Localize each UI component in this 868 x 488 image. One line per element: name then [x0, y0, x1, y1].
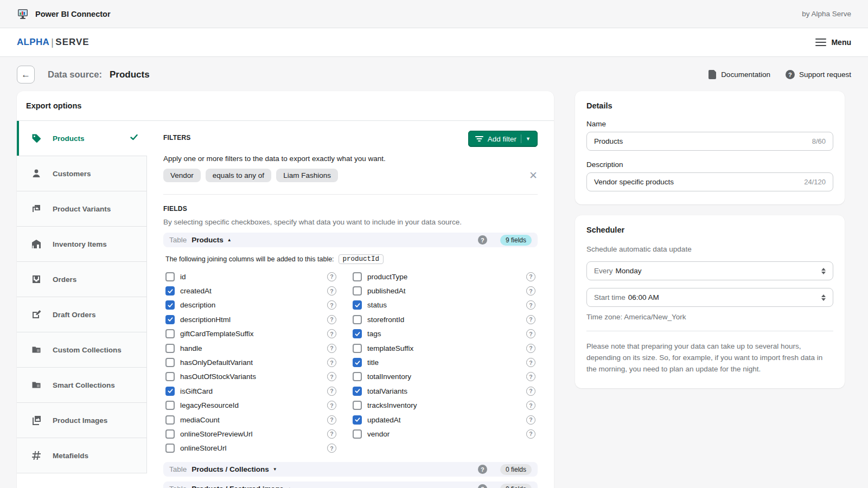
- sidebar-item-product-variants[interactable]: Product Variants: [17, 191, 147, 227]
- field-label: hasOnlyDefaultVariant: [180, 358, 327, 367]
- field-help-icon[interactable]: ?: [327, 372, 336, 381]
- table-help-icon[interactable]: ?: [478, 484, 487, 488]
- checkbox-tracksInventory[interactable]: [353, 401, 362, 410]
- sidebar-item-label: Customers: [53, 170, 138, 178]
- sidebar-item-products[interactable]: Products: [17, 121, 147, 156]
- export-options-card: Export options ProductsCustomersProduct …: [17, 91, 554, 488]
- checkbox-hasOutOfStockVariants[interactable]: [165, 372, 175, 381]
- add-filter-button[interactable]: Add filter ▼: [468, 131, 538, 147]
- field-help-icon[interactable]: ?: [327, 429, 336, 439]
- description-label: Description: [586, 160, 833, 169]
- checkbox-descriptionHtml[interactable]: [165, 315, 175, 324]
- field-row-updatedAt: updatedAt?: [350, 413, 538, 427]
- sidebar-item-metafields[interactable]: Metafields: [17, 438, 147, 473]
- checkbox-storefrontId[interactable]: [353, 315, 362, 324]
- field-row-createdAt: createdAt?: [163, 284, 350, 298]
- field-help-icon[interactable]: ?: [526, 329, 535, 338]
- checkbox-handle[interactable]: [165, 344, 175, 353]
- order-box-icon: [31, 274, 42, 285]
- field-help-icon[interactable]: ?: [526, 315, 535, 324]
- chevron-down-icon: ▼: [526, 136, 531, 142]
- field-help-icon[interactable]: ?: [526, 429, 535, 439]
- checkbox-giftCardTemplateSuffix[interactable]: [165, 329, 175, 338]
- sidebar-item-product-images[interactable]: Product Images: [17, 403, 147, 438]
- checkbox-mediaCount[interactable]: [165, 415, 175, 425]
- checkbox-vendor[interactable]: [353, 429, 362, 439]
- fields-section-label: FIELDS: [163, 205, 187, 213]
- field-help-icon[interactable]: ?: [327, 444, 336, 453]
- page-title: Data source: Products: [48, 69, 150, 80]
- table-help-icon[interactable]: ?: [478, 235, 487, 245]
- field-help-icon[interactable]: ?: [526, 387, 535, 396]
- support-request-link[interactable]: ? Support request: [786, 70, 851, 79]
- field-help-icon[interactable]: ?: [526, 272, 535, 281]
- field-help-icon[interactable]: ?: [526, 300, 535, 310]
- checkbox-createdAt[interactable]: [165, 286, 175, 296]
- checkbox-tags[interactable]: [353, 329, 362, 338]
- sidebar-item-customers[interactable]: Customers: [17, 156, 147, 191]
- logo-alpha: ALPHA: [17, 37, 49, 48]
- table-header-products-collections[interactable]: TableProducts / Collections▼?0 fields: [163, 462, 538, 477]
- field-help-icon[interactable]: ?: [526, 401, 535, 410]
- tag-icon: [31, 133, 42, 144]
- checkbox-description[interactable]: [165, 300, 175, 310]
- field-help-icon[interactable]: ?: [327, 415, 336, 425]
- checkbox-updatedAt[interactable]: [353, 415, 362, 425]
- table-header-products[interactable]: Table Products ▲ ? 9 fields: [163, 233, 538, 247]
- field-help-icon[interactable]: ?: [327, 387, 336, 396]
- sidebar-item-smart-collections[interactable]: Smart Collections: [17, 368, 147, 403]
- field-label: mediaCount: [180, 416, 327, 424]
- checkbox-hasOnlyDefaultVariant[interactable]: [165, 358, 175, 367]
- checkbox-id[interactable]: [165, 272, 175, 281]
- field-help-icon[interactable]: ?: [526, 372, 535, 381]
- checkbox-isGiftCard[interactable]: [165, 387, 175, 396]
- field-help-icon[interactable]: ?: [327, 401, 336, 410]
- field-help-icon[interactable]: ?: [327, 272, 336, 281]
- field-label: descriptionHtml: [180, 316, 327, 324]
- sidebar-item-draft-orders[interactable]: Draft Orders: [17, 297, 147, 332]
- checkbox-publishedAt[interactable]: [353, 286, 362, 296]
- field-help-icon[interactable]: ?: [526, 415, 535, 425]
- field-help-icon[interactable]: ?: [526, 286, 535, 296]
- checkbox-status[interactable]: [353, 300, 362, 310]
- field-help-icon[interactable]: ?: [327, 315, 336, 324]
- menu-button[interactable]: Menu: [815, 38, 851, 47]
- name-label: Name: [586, 120, 833, 128]
- field-label: updatedAt: [367, 416, 526, 424]
- checkbox-title[interactable]: [353, 358, 362, 367]
- remove-filter-icon[interactable]: ✕: [529, 170, 538, 181]
- checkbox-onlineStorePreviewUrl[interactable]: [165, 429, 175, 439]
- filter-chip[interactable]: Liam Fashions: [276, 169, 338, 182]
- sidebar-item-orders[interactable]: Orders: [17, 262, 147, 297]
- sidebar-item-custom-collections[interactable]: Custom Collections: [17, 332, 147, 368]
- frequency-select[interactable]: Every Monday: [586, 261, 833, 280]
- filter-chip[interactable]: equals to any of: [206, 169, 271, 182]
- back-button[interactable]: ←: [17, 66, 35, 84]
- field-help-icon[interactable]: ?: [327, 329, 336, 338]
- start-time-select[interactable]: Start time 06:00 AM: [586, 288, 833, 307]
- sidebar-item-label: Product Variants: [53, 205, 138, 213]
- field-help-icon[interactable]: ?: [526, 344, 535, 353]
- description-field[interactable]: Vendor specific products 24/120: [586, 172, 833, 191]
- checkbox-templateSuffix[interactable]: [353, 344, 362, 353]
- checkbox-totalVariants[interactable]: [353, 387, 362, 396]
- field-help-icon[interactable]: ?: [526, 358, 535, 367]
- name-char-counter: 8/60: [812, 137, 826, 145]
- filter-chip[interactable]: Vendor: [163, 169, 201, 182]
- checkbox-totalInventory[interactable]: [353, 372, 362, 381]
- field-help-icon[interactable]: ?: [327, 358, 336, 367]
- name-field[interactable]: Products 8/60: [586, 132, 833, 151]
- table-header-products-featured-image[interactable]: TableProducts / Featured image▲?0 fields: [163, 481, 538, 488]
- field-help-icon[interactable]: ?: [327, 286, 336, 296]
- field-label: handle: [180, 344, 327, 352]
- checkbox-productType[interactable]: [353, 272, 362, 281]
- field-help-icon[interactable]: ?: [327, 300, 336, 310]
- app-byline: by Alpha Serve: [802, 10, 851, 18]
- sidebar-item-inventory-items[interactable]: Inventory Items: [17, 227, 147, 262]
- field-help-icon[interactable]: ?: [327, 344, 336, 353]
- checkbox-onlineStoreUrl[interactable]: [165, 444, 175, 453]
- checkbox-legacyResourceId[interactable]: [165, 401, 175, 410]
- documentation-link[interactable]: Documentation: [709, 70, 770, 79]
- start-time-prefix: Start time: [594, 293, 626, 301]
- table-help-icon[interactable]: ?: [478, 465, 487, 474]
